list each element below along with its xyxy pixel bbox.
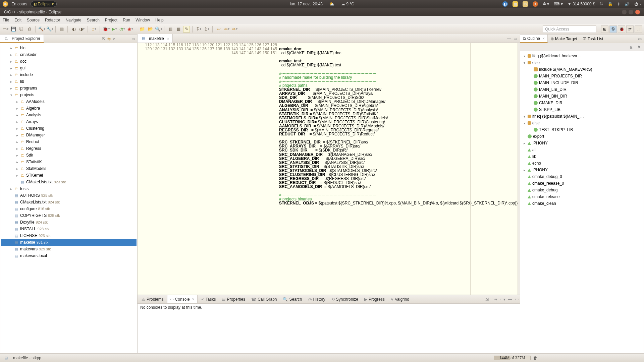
tree-item-makefile[interactable]: ▤makefile931 stk — [1, 239, 137, 246]
project-explorer-tab[interactable]: 🗀 Project Explorer — [0, 35, 44, 43]
outline-tree[interactable]: ▾ifeq ($(wildcard ./makeva ...▾elseinclu… — [520, 51, 644, 353]
tree-item-authors[interactable]: ▤AUTHORS925 stk — [1, 192, 137, 199]
tree-item-doxyfile[interactable]: ▤Doxyfile924 stk — [1, 219, 137, 226]
tree-caret[interactable]: ▾ — [8, 93, 14, 97]
tree-item-copyrights[interactable]: ▤COPYRIGHTS925 stk — [1, 212, 137, 219]
bottom-tab-search[interactable]: 🔍Search — [280, 295, 305, 303]
new-class-button[interactable]: ▤ — [58, 26, 65, 33]
quick-access-input[interactable]: Quick Access — [543, 25, 596, 33]
select-button[interactable]: ◑ — [78, 26, 85, 33]
window-titlebar[interactable]: C/C++ - stkpp/makefile - Eclipse — [0, 8, 644, 16]
tree-caret[interactable]: ▸ — [14, 113, 20, 117]
external-button[interactable]: ◉ — [127, 26, 133, 33]
outline-caret[interactable]: ▾ — [522, 61, 526, 65]
tree-caret[interactable]: ▸ — [8, 66, 14, 70]
bottom-tab-properties[interactable]: ▤Properties — [219, 295, 248, 303]
outline-caret[interactable]: ▾ — [522, 115, 526, 118]
tree-item-clustering[interactable]: ▸🗀Clustering — [1, 125, 137, 132]
outline-item[interactable]: cmake_debug — [521, 187, 643, 193]
max-bottom-button[interactable]: ▭ — [515, 297, 519, 302]
tree-caret[interactable]: ▸ — [8, 80, 14, 83]
volume-icon[interactable]: 🔊 — [625, 2, 630, 6]
bottom-tab-problems[interactable]: ⚠Problems — [139, 295, 166, 303]
menu-project[interactable]: Project — [105, 18, 117, 22]
tree-caret[interactable]: ▸ — [8, 187, 14, 191]
menu-source[interactable]: Source — [27, 18, 40, 22]
gc-button[interactable]: 🗑 — [533, 356, 537, 360]
tree-caret[interactable]: ▸ — [8, 53, 14, 57]
tree-item-programs[interactable]: ▸🗀programs — [1, 85, 137, 92]
menu-navigate[interactable]: Navigate — [65, 18, 81, 22]
menu-search[interactable]: Search — [87, 18, 100, 22]
bottom-tab-progress[interactable]: ▶Progress — [362, 295, 387, 303]
outline-caret[interactable]: ▾ — [522, 54, 526, 58]
toggle-b-button[interactable]: ▦ — [175, 26, 182, 33]
tree-item-stkernel[interactable]: ▸🗀STKernel — [1, 172, 137, 179]
print-button[interactable]: ⎙ — [26, 26, 33, 33]
tree-item-lib[interactable]: ▸🗀lib — [1, 78, 137, 85]
tree-caret[interactable]: ▸ — [14, 147, 20, 150]
tree-item-reduct[interactable]: ▸🗀Reduct — [1, 138, 137, 145]
next-annotation-button[interactable]: ↧ — [195, 26, 202, 33]
tree-item-install[interactable]: ▤INSTALL923 stk — [1, 226, 137, 232]
outline-item[interactable]: TEST_STKPP_LIB — [521, 126, 643, 133]
outline-item[interactable]: echo — [521, 160, 643, 167]
tree-caret[interactable]: ▸ — [14, 107, 20, 110]
tree-item-tests[interactable]: ▸🗀tests — [1, 185, 137, 192]
outline-item[interactable]: include $(MAIN_MAKEVARS) — [521, 66, 643, 73]
heap-status[interactable]: 144M of 327M — [494, 356, 531, 360]
back-button[interactable]: ⇦ — [223, 26, 230, 33]
overview-ruler[interactable] — [518, 43, 520, 295]
activity-label[interactable]: En cours — [11, 2, 27, 6]
prev-annotation-button[interactable]: ↥ — [203, 26, 210, 33]
filter-outline-button[interactable]: ⚑ — [637, 45, 641, 50]
pin-button[interactable]: ✎ — [183, 26, 190, 33]
outline-item[interactable]: MAIN_PROJECTS_DIR — [521, 73, 643, 79]
menu-edit[interactable]: Edit — [14, 18, 21, 22]
tree-item-gui[interactable]: ▸🗀gui — [1, 65, 137, 71]
editor-body[interactable]: 112 113 114 115 116 117 118 119 120 121 … — [138, 43, 520, 295]
build-button[interactable]: 🔨 — [38, 26, 45, 33]
tree-caret[interactable]: ▸ — [8, 73, 14, 77]
cpp-perspective-button[interactable]: © — [609, 25, 617, 33]
close-tab-icon[interactable]: × — [167, 37, 169, 41]
tree-item-license[interactable]: ▤LICENSE923 stk — [1, 232, 137, 239]
compare-perspective-button[interactable]: ⬚ — [635, 25, 642, 33]
debug-perspective-button[interactable]: 🐞 — [618, 25, 625, 33]
new-button[interactable]: ▭ — [2, 26, 9, 33]
forward-button[interactable]: ⇨ — [231, 26, 238, 33]
tree-item-projects[interactable]: ▾🗀projects — [1, 92, 137, 98]
tree-caret[interactable]: ▸ — [14, 127, 20, 130]
tree-item-dmanager[interactable]: ▸🗀DManager — [1, 132, 137, 138]
tree-item-include[interactable]: ▸🗀include — [1, 71, 137, 78]
tray-icon-4[interactable]: ✦ — [533, 1, 538, 7]
tray-icon-3[interactable]: ✉ — [523, 1, 528, 7]
tree-item-configure[interactable]: ▤configure816 stk — [1, 205, 137, 212]
menu-refactor[interactable]: Refactor — [45, 18, 60, 22]
outline-item[interactable]: MAIN_LIB_DIR — [521, 86, 643, 93]
outline-tab-make-target[interactable]: ⊚Make Target — [548, 35, 580, 43]
outline-item[interactable]: all — [521, 146, 643, 153]
search-button[interactable]: 🔍 — [155, 26, 162, 33]
bluetooth-icon[interactable]: ᚼ — [618, 2, 620, 6]
new-console-button[interactable]: ▭▾ — [500, 297, 505, 302]
keyboard-icon[interactable]: ⌨ ▾ — [554, 2, 562, 6]
tree-item-statmodels[interactable]: ▸🗀StatModels — [1, 165, 137, 172]
outline-caret[interactable]: ▾ — [522, 121, 526, 125]
maximize-view-button[interactable]: ▭ — [131, 37, 135, 41]
outline-item[interactable]: cmake_clean — [521, 200, 643, 207]
project-tree[interactable]: ▸🗀bin▸🗀cmakedir▸🗀doc▸🗀gui▸🗀include▸🗀lib▸… — [0, 43, 137, 260]
tree-item-aamodels[interactable]: ▸🗀AAModels — [1, 98, 137, 105]
tree-item-cmakelists-txt[interactable]: ▤CMakeLists.txt923 stk — [1, 179, 137, 185]
tree-item-regress[interactable]: ▸🗀Regress — [1, 145, 137, 152]
outline-item[interactable]: export — [521, 133, 643, 140]
build-config-button[interactable]: 🔧 — [46, 26, 53, 33]
tree-caret[interactable]: ▸ — [8, 46, 14, 50]
tree-caret[interactable]: ▸ — [14, 167, 20, 171]
open-type-button[interactable]: 📁 — [139, 26, 146, 33]
team-perspective-button[interactable]: ⇄ — [626, 25, 634, 33]
outline-item[interactable]: ▾ifneq ($(patsubst $(MAIN_ ... — [521, 113, 643, 120]
tree-caret[interactable]: ▸ — [14, 140, 20, 144]
editor-code[interactable]: cmake_doc: cd $(CMAKE_DIR); $(MAKE) doc … — [279, 43, 518, 295]
outline-item[interactable]: MAIN_BIN_DIR — [521, 93, 643, 100]
